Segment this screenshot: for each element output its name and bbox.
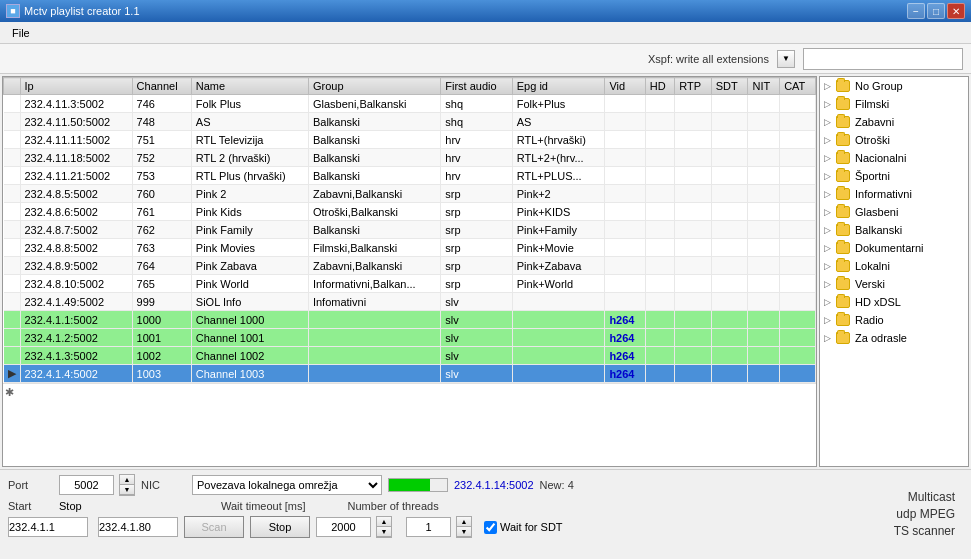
stop-ip-input[interactable] bbox=[98, 517, 178, 537]
toolbar-search-input[interactable] bbox=[803, 48, 963, 70]
multicast-line2: udp MPEG bbox=[896, 506, 955, 523]
sidebar-item-label: Zabavni bbox=[855, 116, 894, 128]
sidebar-item-radio[interactable]: ▷Radio bbox=[820, 311, 968, 329]
sidebar-item-zabavni[interactable]: ▷Zabavni bbox=[820, 113, 968, 131]
menubar: File bbox=[0, 22, 971, 44]
table-row[interactable]: 232.4.8.7:5002762Pink FamilyBalkanskisrp… bbox=[4, 221, 816, 239]
star-row: ✱ bbox=[3, 383, 816, 401]
status-bar: Port ▲ ▼ NIC Povezava lokalnega omrežja … bbox=[0, 469, 971, 559]
expand-icon: ▷ bbox=[824, 81, 834, 91]
table-row[interactable]: 232.4.8.6:5002761Pink KidsOtroški,Balkan… bbox=[4, 203, 816, 221]
wait-sdt-checkbox[interactable] bbox=[484, 521, 497, 534]
sidebar-item-hd-xdsl[interactable]: ▷HD xDSL bbox=[820, 293, 968, 311]
sidebar-item-verski[interactable]: ▷Verski bbox=[820, 275, 968, 293]
expand-icon: ▷ bbox=[824, 117, 834, 127]
folder-icon bbox=[836, 188, 850, 200]
threads-input[interactable] bbox=[406, 517, 451, 537]
folder-icon bbox=[836, 332, 850, 344]
sidebar-item-informativni[interactable]: ▷Informativni bbox=[820, 185, 968, 203]
sidebar-item-dokumentarni[interactable]: ▷Dokumentarni bbox=[820, 239, 968, 257]
threads-label: Number of threads bbox=[348, 500, 439, 512]
sidebar-item-no-group[interactable]: ▷No Group bbox=[820, 77, 968, 95]
title-bar: ■ Mctv playlist creator 1.1 − □ ✕ bbox=[0, 0, 971, 22]
sidebar-item-športni[interactable]: ▷Športni bbox=[820, 167, 968, 185]
expand-icon: ▷ bbox=[824, 153, 834, 163]
expand-icon: ▷ bbox=[824, 243, 834, 253]
table-row[interactable]: 232.4.1.49:5002999SiOL InfoInfomativnisl… bbox=[4, 293, 816, 311]
folder-icon bbox=[836, 116, 850, 128]
sidebar-item-otroški[interactable]: ▷Otroški bbox=[820, 131, 968, 149]
toolbar-dropdown[interactable]: ▼ bbox=[777, 50, 795, 68]
sidebar-item-balkanski[interactable]: ▷Balkanski bbox=[820, 221, 968, 239]
minimize-button[interactable]: − bbox=[907, 3, 925, 19]
port-spinner[interactable]: ▲ ▼ bbox=[119, 474, 135, 496]
sidebar-item-nacionalni[interactable]: ▷Nacionalni bbox=[820, 149, 968, 167]
table-row[interactable]: 232.4.1.2:50021001Channel 1001slvh264 bbox=[4, 329, 816, 347]
col-group: Group bbox=[308, 78, 440, 95]
expand-icon: ▷ bbox=[824, 297, 834, 307]
maximize-button[interactable]: □ bbox=[927, 3, 945, 19]
sidebar-item-lokalni[interactable]: ▷Lokalni bbox=[820, 257, 968, 275]
table-row[interactable]: 232.4.8.5:5002760Pink 2Zabavni,Balkanski… bbox=[4, 185, 816, 203]
sidebar-item-label: Balkanski bbox=[855, 224, 902, 236]
sidebar: ▷No Group▷Filmski▷Zabavni▷Otroški▷Nacion… bbox=[819, 76, 969, 467]
table-scroll[interactable]: Ip Channel Name Group First audio Epg id… bbox=[3, 77, 816, 466]
sidebar-item-za-odrasle[interactable]: ▷Za odrasle bbox=[820, 329, 968, 347]
stop-button[interactable]: Stop bbox=[250, 516, 310, 538]
timeout-input[interactable] bbox=[316, 517, 371, 537]
expand-icon: ▷ bbox=[824, 99, 834, 109]
table-row[interactable]: 232.4.8.9:5002764Pink ZabavaZabavni,Balk… bbox=[4, 257, 816, 275]
sidebar-item-filmski[interactable]: ▷Filmski bbox=[820, 95, 968, 113]
sidebar-item-label: Otroški bbox=[855, 134, 890, 146]
table-row[interactable]: 232.4.11.21:5002753RTL Plus (hrvaški)Bal… bbox=[4, 167, 816, 185]
scan-button[interactable]: Scan bbox=[184, 516, 244, 538]
sidebar-item-label: Filmski bbox=[855, 98, 889, 110]
close-button[interactable]: ✕ bbox=[947, 3, 965, 19]
sidebar-item-label: Radio bbox=[855, 314, 884, 326]
port-label: Port bbox=[8, 479, 53, 491]
table-row[interactable]: 232.4.11.11:5002751RTL TelevizijaBalkans… bbox=[4, 131, 816, 149]
expand-icon: ▷ bbox=[824, 261, 834, 271]
folder-icon bbox=[836, 278, 850, 290]
wait-sdt-label[interactable]: Wait for SDT bbox=[484, 521, 563, 534]
folder-icon bbox=[836, 296, 850, 308]
new-badge: New: 4 bbox=[540, 479, 574, 491]
table-row[interactable]: 232.4.11.18:5002752RTL 2 (hrvaški)Balkan… bbox=[4, 149, 816, 167]
channel-table-area: Ip Channel Name Group First audio Epg id… bbox=[2, 76, 817, 467]
table-row[interactable]: 232.4.8.10:5002765Pink WorldInformativni… bbox=[4, 275, 816, 293]
folder-icon bbox=[836, 206, 850, 218]
file-menu[interactable]: File bbox=[4, 25, 38, 41]
sidebar-item-label: Glasbeni bbox=[855, 206, 898, 218]
window-title: Mctv playlist creator 1.1 bbox=[24, 5, 140, 17]
threads-spinner[interactable]: ▲ ▼ bbox=[456, 516, 472, 538]
sidebar-item-label: HD xDSL bbox=[855, 296, 901, 308]
folder-icon bbox=[836, 242, 850, 254]
table-row[interactable]: 232.4.1.3:50021002Channel 1002slvh264 bbox=[4, 347, 816, 365]
sidebar-item-label: Nacionalni bbox=[855, 152, 906, 164]
folder-icon bbox=[836, 80, 850, 92]
sidebar-item-glasbeni[interactable]: ▷Glasbeni bbox=[820, 203, 968, 221]
multicast-line1: Multicast bbox=[908, 489, 955, 506]
channel-table: Ip Channel Name Group First audio Epg id… bbox=[3, 77, 816, 383]
toolbar: Xspf: write all extensions ▼ bbox=[0, 44, 971, 74]
col-channel: Channel bbox=[132, 78, 191, 95]
table-header-row: Ip Channel Name Group First audio Epg id… bbox=[4, 78, 816, 95]
start-ip-input[interactable] bbox=[8, 517, 88, 537]
table-row[interactable]: 232.4.1.1:50021000Channel 1000slvh264 bbox=[4, 311, 816, 329]
start-label: Start bbox=[8, 500, 53, 512]
port-input[interactable] bbox=[59, 475, 114, 495]
table-row[interactable]: 232.4.11.3:5002746Folk PlusGlasbeni,Balk… bbox=[4, 95, 816, 113]
col-hd: HD bbox=[645, 78, 674, 95]
nic-select[interactable]: Povezava lokalnega omrežja bbox=[192, 475, 382, 495]
timeout-spinner[interactable]: ▲ ▼ bbox=[376, 516, 392, 538]
col-vid: Vid bbox=[605, 78, 645, 95]
table-row[interactable]: ▶232.4.1.4:50021003Channel 1003slvh264 bbox=[4, 365, 816, 383]
sidebar-item-label: Športni bbox=[855, 170, 890, 182]
col-audio: First audio bbox=[441, 78, 513, 95]
folder-icon bbox=[836, 224, 850, 236]
expand-icon: ▷ bbox=[824, 135, 834, 145]
table-row[interactable]: 232.4.11.50:5002748ASBalkanskishqAS bbox=[4, 113, 816, 131]
sidebar-item-label: Verski bbox=[855, 278, 885, 290]
table-row[interactable]: 232.4.8.8:5002763Pink MoviesFilmski,Balk… bbox=[4, 239, 816, 257]
col-sdt: SDT bbox=[711, 78, 748, 95]
